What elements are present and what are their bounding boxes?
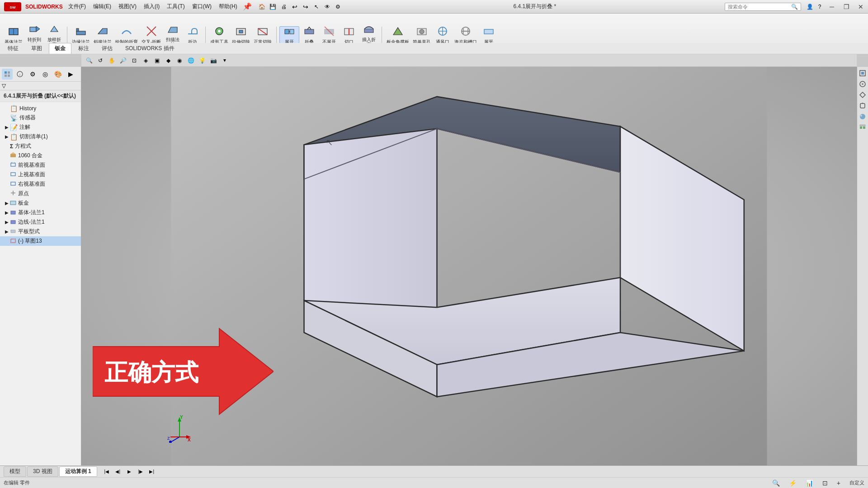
right-icon-6[interactable] bbox=[858, 123, 867, 132]
view-zoom-btn[interactable]: 🔎 bbox=[118, 56, 128, 66]
extrude-cut-btn[interactable]: 拉伸切除 bbox=[230, 26, 252, 43]
loft-bend-btn[interactable]: 放样折弯 bbox=[44, 26, 64, 43]
view-pan-btn[interactable]: ✋ bbox=[107, 56, 117, 66]
sketch-bend-btn[interactable]: 绘制的折弯 bbox=[113, 26, 140, 43]
minimize-btn[interactable]: ─ bbox=[825, 0, 839, 14]
view-appear-btn[interactable]: ◉ bbox=[175, 56, 184, 66]
right-icon-1[interactable] bbox=[858, 69, 867, 78]
tree-item-history[interactable]: 📋 History bbox=[0, 104, 81, 113]
tree-item-flatpattern[interactable]: ▶ 平板型式 bbox=[0, 227, 81, 236]
tab-feature[interactable]: 特征 bbox=[2, 43, 24, 54]
menu-tools[interactable]: 工具(T) bbox=[163, 0, 188, 13]
tree-item-top-plane[interactable]: 上视基准面 bbox=[0, 170, 81, 179]
unfold-btn[interactable]: 展开 bbox=[279, 26, 299, 43]
gusset-btn[interactable]: 板金角撑板 bbox=[385, 26, 411, 43]
sweep-flange-btn[interactable]: 扫描法兰 bbox=[163, 26, 183, 43]
fold-btn[interactable]: 折叠 bbox=[299, 26, 319, 43]
tree-item-right-plane[interactable]: 右视基准面 bbox=[0, 179, 81, 189]
panel-splitter[interactable] bbox=[79, 67, 81, 465]
redo-btn[interactable]: ↪ bbox=[301, 2, 311, 12]
menu-help[interactable]: 帮助(H) bbox=[215, 0, 241, 13]
tab-sheetmetal[interactable]: 钣金 bbox=[49, 43, 71, 54]
options-btn[interactable]: ⚙ bbox=[333, 2, 343, 12]
view-realview-btn[interactable]: 💡 bbox=[197, 56, 207, 66]
slit-btn[interactable]: 切口 bbox=[339, 26, 359, 43]
3d-canvas[interactable]: 正确方式 Y X Z ↖ bbox=[81, 67, 857, 465]
play-back-btn[interactable]: |◀ bbox=[102, 467, 112, 477]
search-bar[interactable]: 🔍 bbox=[725, 3, 801, 11]
no-unfold-btn[interactable]: 不展开 bbox=[319, 26, 339, 43]
display-icon[interactable]: ◎ bbox=[40, 69, 51, 80]
select-btn[interactable]: ↖ bbox=[311, 2, 321, 12]
tab-evaluate[interactable]: 评估 bbox=[96, 43, 118, 54]
louver-btn[interactable]: 海片和槽口 bbox=[453, 26, 479, 43]
close-btn[interactable]: ✕ bbox=[854, 0, 868, 14]
properties-icon[interactable]: i bbox=[14, 69, 25, 80]
home-btn[interactable]: 🏠 bbox=[257, 2, 267, 12]
appear-icon[interactable]: 🎨 bbox=[52, 69, 63, 80]
hem-btn[interactable]: 折边 bbox=[183, 26, 203, 43]
menu-view[interactable]: 视图(V) bbox=[115, 0, 140, 13]
right-icon-2[interactable] bbox=[858, 80, 867, 89]
tree-item-sketch13[interactable]: (-) 草图13 bbox=[0, 236, 81, 246]
convert-sheetmetal-btn[interactable]: 转折到板金 bbox=[24, 26, 44, 43]
tab-sketch[interactable]: 草图 bbox=[25, 43, 48, 54]
save-btn[interactable]: 💾 bbox=[268, 2, 278, 12]
miter-flange-btn[interactable]: 斜接法兰 bbox=[92, 26, 113, 43]
user-btn[interactable]: 👤 bbox=[805, 2, 815, 12]
search-input[interactable] bbox=[728, 4, 791, 9]
view-search-btn[interactable]: 🔍 bbox=[84, 56, 94, 66]
tab-model[interactable]: 模型 bbox=[4, 466, 26, 477]
play-fwd-btn[interactable]: ▶| bbox=[147, 467, 157, 477]
tree-item-origin[interactable]: 原点 bbox=[0, 189, 81, 198]
tree-filter[interactable]: ▽ bbox=[0, 82, 81, 90]
status-icon-1[interactable]: 🔍 bbox=[772, 479, 780, 487]
menu-file[interactable]: 文件(F) bbox=[65, 0, 90, 13]
view-hide-btn[interactable]: ◆ bbox=[163, 56, 173, 66]
vent-btn[interactable]: 通风口 bbox=[433, 26, 453, 43]
step-fwd-btn[interactable]: |▶ bbox=[136, 467, 146, 477]
status-icon-4[interactable]: ⊡ bbox=[822, 479, 828, 487]
view-display-btn[interactable]: ▣ bbox=[152, 56, 162, 66]
tree-item-edge-flange1[interactable]: ▶ 边线-法兰1 bbox=[0, 217, 81, 227]
right-icon-5[interactable] bbox=[858, 112, 867, 121]
play-btn[interactable]: ▶ bbox=[124, 467, 134, 477]
cross-break-btn[interactable]: 交叉-折断 bbox=[140, 26, 163, 43]
tree-item-sensors[interactable]: 📡 传感器 bbox=[0, 113, 81, 122]
step-back-btn[interactable]: ◀| bbox=[113, 467, 123, 477]
tree-item-sheetmetal[interactable]: ▶ 板金 bbox=[0, 198, 81, 208]
view-rotate-btn[interactable]: ↺ bbox=[95, 56, 105, 66]
menu-insert[interactable]: 插入(I) bbox=[140, 0, 163, 13]
search-icon[interactable]: 🔍 bbox=[791, 4, 798, 10]
undo-btn[interactable]: ↩ bbox=[290, 2, 300, 12]
insert-bend-btn[interactable]: 插入折弯 bbox=[359, 26, 379, 43]
right-icon-3[interactable] bbox=[858, 90, 867, 99]
simple-hole-btn[interactable]: 简单直孔 bbox=[411, 26, 433, 43]
tab-plugins[interactable]: SOLIDWORKS 插件 bbox=[119, 43, 180, 54]
tree-item-cutlist[interactable]: ▶ 📋 切割清单(1) bbox=[0, 132, 81, 141]
status-icon-3[interactable]: 📊 bbox=[806, 479, 813, 487]
tree-item-front-plane[interactable]: 前视基准面 bbox=[0, 160, 81, 170]
main-viewport[interactable]: 正确方式 Y X Z ↖ bbox=[81, 67, 857, 465]
view-section-btn[interactable]: ◈ bbox=[141, 56, 151, 66]
flatten-btn[interactable]: 展平 bbox=[479, 26, 499, 43]
view-orient-btn[interactable]: 👁 bbox=[322, 2, 332, 12]
tree-item-material[interactable]: 1060 合金 bbox=[0, 151, 81, 160]
tree-item-annotations[interactable]: ▶ 📝 注解 bbox=[0, 122, 81, 132]
restore-btn[interactable]: ❐ bbox=[839, 0, 854, 14]
pin-icon[interactable]: 📌 bbox=[243, 2, 252, 11]
forming-tool-btn[interactable]: 成形工具 bbox=[208, 26, 230, 43]
status-icon-2[interactable]: ⚡ bbox=[789, 479, 797, 487]
status-icon-5[interactable]: + bbox=[837, 479, 840, 487]
menu-window[interactable]: 窗口(W) bbox=[189, 0, 215, 13]
view-zoom-fit-btn[interactable]: ⊡ bbox=[129, 56, 139, 66]
expand-icon[interactable]: ▶ bbox=[65, 69, 76, 80]
right-icon-4[interactable] bbox=[858, 101, 867, 110]
normal-cut-btn[interactable]: 正常切除 bbox=[252, 26, 274, 43]
view-camera-btn[interactable]: 📷 bbox=[208, 56, 218, 66]
config-icon[interactable]: ⚙ bbox=[27, 69, 38, 80]
tab-3dview[interactable]: 3D 视图 bbox=[27, 466, 58, 477]
tab-annotation[interactable]: 标注 bbox=[72, 43, 95, 54]
help-btn[interactable]: ? bbox=[815, 2, 825, 12]
menu-edit[interactable]: 编辑(E) bbox=[90, 0, 115, 13]
